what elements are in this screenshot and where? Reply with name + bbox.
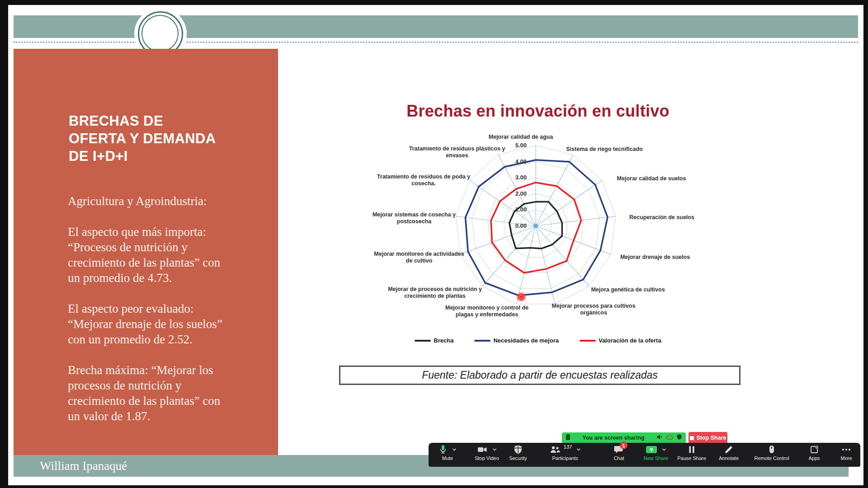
pencil-icon: [724, 445, 734, 455]
sharing-indicator-icon: [566, 434, 571, 441]
svg-text:1.00: 1.00: [515, 206, 527, 213]
ellipsis-icon: [841, 445, 852, 455]
chevron-down-icon[interactable]: [576, 448, 581, 451]
radar-axis-label: Mejorar monitoreo de actividades de cult…: [371, 251, 468, 264]
panel-paragraphs: Agricultura y Agroindustria:El aspecto q…: [68, 193, 272, 439]
author-name: William Ipanaqué: [40, 455, 127, 477]
pause-icon: [688, 445, 696, 455]
toolbar-button-participants[interactable]: 137Participants: [540, 444, 590, 461]
cloud-icon: [666, 434, 673, 440]
legend-label: Valoración de la oferta: [599, 337, 661, 344]
svg-text:3.00: 3.00: [515, 174, 527, 181]
apps-icon: [809, 445, 819, 455]
sharing-message: You are screen sharing: [574, 435, 653, 441]
radar-axis-label: Sistema de riego tecnificado: [566, 146, 643, 153]
panel-paragraph: Agricultura y Agroindustria:: [68, 193, 272, 209]
chat-badge: 1: [620, 441, 627, 449]
cloud-icon[interactable]: [666, 434, 673, 442]
radar-axis-label: Recuperación de suelos: [605, 214, 718, 221]
participants-icon: [549, 445, 561, 455]
svg-text:4.00: 4.00: [515, 158, 527, 165]
stop-share-label: Stop Share: [697, 435, 726, 441]
legend-item: Necesidades de mejora: [474, 337, 559, 344]
toolbar-button-label: Remote Control: [754, 455, 789, 461]
toolbar-button-label: Mute: [442, 455, 453, 461]
speaker-icon: [656, 434, 663, 440]
toolbar-button-label: Pause Share: [677, 455, 706, 461]
screen: BRECHAS DE OFERTA Y DEMANDA DE I+D+I Agr…: [0, 0, 868, 488]
toolbar-button-label: More: [840, 455, 852, 461]
stop-share-button[interactable]: Stop Share: [689, 432, 727, 444]
share-icon: [646, 445, 657, 455]
svg-text:5.00: 5.00: [515, 142, 527, 149]
stop-icon: [690, 436, 694, 440]
radar-axis-label: Mejora genética de cultivos: [569, 286, 687, 293]
toolbar-button-label: Apps: [808, 455, 820, 461]
security-shield-icon[interactable]: [676, 434, 682, 442]
radar-axis-label: Mejorar procesos para cultivos orgánicos: [542, 303, 646, 316]
panel-title: BRECHAS DE OFERTA Y DEMANDA DE I+D+I: [69, 112, 268, 165]
speaker-icon[interactable]: [656, 434, 663, 442]
panel-paragraph: El aspecto peor evaluado: “Mejorar drena…: [68, 301, 272, 347]
participants-count: 137: [564, 444, 572, 450]
radar-chart: 0.001.002.003.004.005.00: [371, 127, 705, 352]
radar-axis-label: Mejorar sistemas de cosecha y postcosech…: [368, 211, 461, 225]
radar-axis-label: Mejorar calidad de suelos: [588, 175, 715, 182]
security-shield-icon: [676, 434, 682, 440]
source-box: Fuente: Elaborado a partir de encuestas …: [339, 366, 741, 385]
radar-axis-label: Mejorar de procesos de nutrición y creci…: [382, 286, 488, 300]
mouse-icon: [768, 445, 775, 455]
radar-axis-label: Mejorar monitoreo y control de plagas y …: [442, 305, 532, 318]
panel-paragraph: El aspecto que más importa: “Procesos de…: [68, 224, 272, 286]
camera-icon: [477, 445, 488, 455]
toolbar-button-more[interactable]: More: [821, 444, 868, 461]
radar-axis-label: Mejorar drenaje de suelos: [599, 254, 712, 261]
chart-title: Brechas en innovación en cultivo: [344, 102, 732, 121]
laser-pointer-dot: [516, 292, 526, 302]
legend-item: Valoración de la oferta: [580, 337, 661, 344]
toolbar-button-label: New Share: [644, 455, 668, 461]
legend-swatch: [474, 340, 491, 342]
legend-swatch: [580, 340, 596, 342]
microphone-icon: [439, 445, 448, 455]
toolbar-button-label: Chat: [613, 455, 624, 461]
chevron-down-icon[interactable]: [452, 448, 457, 451]
chevron-down-icon[interactable]: [662, 448, 666, 451]
ornament-inner-ring: [142, 15, 179, 52]
chart-legend: BrechaNecesidades de mejoraValoración de…: [389, 337, 687, 344]
source-note: Fuente: Elaborado a partir de encuestas …: [422, 369, 658, 381]
radar-axis-label: Tratamiento de residuos de poda y cosech…: [365, 174, 482, 187]
toolbar-button-label: Participants: [552, 455, 578, 461]
toolbar-button-security[interactable]: Security: [493, 444, 543, 461]
sharing-indicator-icon: [566, 434, 571, 442]
legend-swatch: [415, 340, 431, 342]
radar-axis-label: Tratamiento de residuos plásticos y enva…: [404, 145, 510, 159]
toolbar-button-label: Security: [509, 455, 527, 461]
zoom-toolbar: MuteStop VideoSecurity137Participants1Ch…: [429, 443, 860, 467]
shield-icon: [514, 445, 523, 455]
toolbar-button-annotate[interactable]: Annotate: [704, 444, 754, 461]
legend-item: Brecha: [415, 337, 453, 344]
legend-label: Necesidades de mejora: [493, 337, 559, 344]
radar-axis-label: Mejorar calidad de agua: [460, 134, 582, 141]
legend-label: Brecha: [434, 337, 453, 344]
toolbar-button-label: Annotate: [719, 455, 739, 461]
panel-paragraph: Brecha máxima: “Mejorar los procesos de …: [68, 362, 272, 424]
svg-text:2.00: 2.00: [515, 190, 527, 197]
svg-text:0.00: 0.00: [515, 222, 527, 229]
